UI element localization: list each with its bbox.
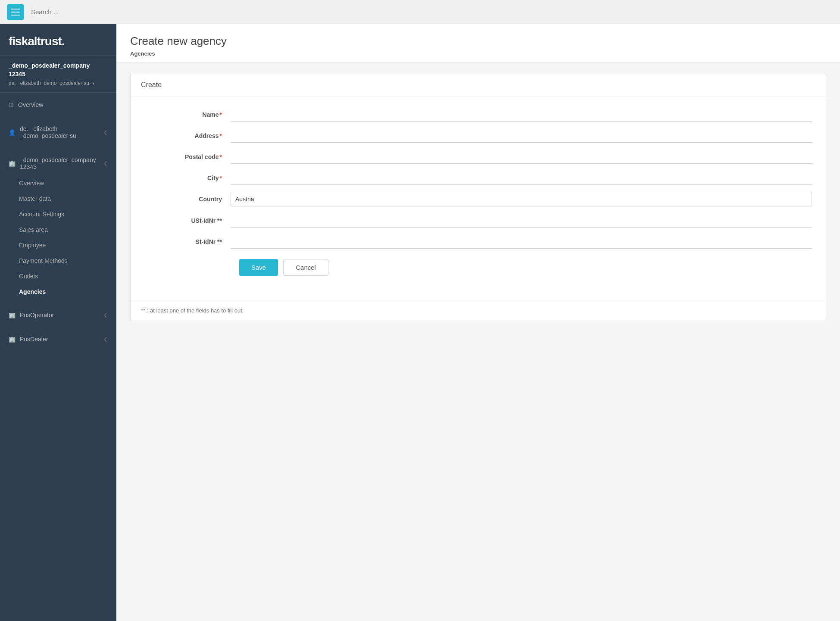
name-required: * [220, 111, 222, 118]
address-input[interactable] [231, 128, 812, 143]
form-card: Create Name* Address* [130, 73, 826, 321]
chevron-right-operator-icon: ❮ [103, 312, 108, 318]
nav-section-user: de. _elizabeth _demo_posdealer su. ❮ [0, 117, 116, 148]
company-sub-nav: Overview Master data Account Settings Sa… [0, 175, 116, 300]
city-label: City* [144, 175, 231, 181]
st-idnr-input[interactable] [231, 234, 812, 249]
user-display: de. _elizabeth_demo_posdealer su. ▾ [9, 80, 108, 86]
sidebar-item-sales-area[interactable]: Sales area [0, 222, 116, 237]
postal-code-row: Postal code* [144, 150, 812, 164]
address-required: * [220, 132, 222, 139]
pos-dealer-header[interactable]: PosDealer ❮ [0, 331, 116, 348]
nav-section-pos-operator: PosOperator ❮ [0, 303, 116, 327]
form-note: ** : at least one of the fields has to f… [131, 300, 826, 321]
pos-operator-icon [9, 312, 16, 318]
sidebar-item-overview[interactable]: Overview [0, 96, 116, 113]
topbar [0, 0, 840, 24]
pos-operator-label: PosOperator [20, 312, 54, 318]
menu-button[interactable] [7, 4, 24, 20]
form-actions: Save Cancel [144, 259, 812, 276]
save-button[interactable]: Save [239, 259, 278, 276]
pos-dealer-icon [9, 336, 16, 343]
sidebar-item-agencies[interactable]: Agencies [0, 284, 116, 300]
name-row: Name* [144, 107, 812, 122]
city-input[interactable] [231, 171, 812, 185]
sidebar-item-payment-methods[interactable]: Payment Methods [0, 253, 116, 268]
brand: fiskaltrust. [0, 24, 116, 56]
sidebar-item-company-overview[interactable]: Overview [0, 175, 116, 191]
page-title: Create new agency [130, 34, 826, 48]
city-row: City* [144, 171, 812, 185]
building-icon [9, 160, 16, 167]
ust-idnr-input[interactable] [231, 213, 812, 228]
chevron-right-company-icon: ❮ [103, 160, 108, 166]
main-content: Create new agency Agencies Create Name* [116, 24, 840, 621]
grid-icon [9, 101, 14, 108]
ust-idnr-row: USt-IdNr ** [144, 213, 812, 228]
postal-code-label: Postal code* [144, 153, 231, 160]
user-name-text: de. _elizabeth_demo_posdealer su. [9, 80, 91, 86]
layout: fiskaltrust. _demo_posdealer_company 123… [0, 24, 840, 621]
postal-code-input[interactable] [231, 150, 812, 164]
sidebar: fiskaltrust. _demo_posdealer_company 123… [0, 24, 116, 621]
user-group-label: de. _elizabeth _demo_posdealer su. [20, 125, 99, 139]
nav-section-overview: Overview [0, 93, 116, 117]
name-label: Name* [144, 111, 231, 118]
sidebar-item-overview-label: Overview [18, 101, 43, 108]
st-idnr-label: St-IdNr ** [144, 238, 231, 245]
pos-dealer-label: PosDealer [20, 336, 48, 343]
sidebar-item-employee[interactable]: Employee [0, 237, 116, 253]
country-row: Country Austria Germany Switzerland [144, 192, 812, 206]
user-group-header[interactable]: de. _elizabeth _demo_posdealer su. ❮ [0, 120, 116, 144]
brand-name: fiskaltrust. [9, 34, 108, 48]
user-icon [9, 129, 16, 136]
name-input[interactable] [231, 107, 812, 122]
chevron-down-icon: ▾ [92, 81, 94, 86]
chevron-right-dealer-icon: ❮ [103, 336, 108, 342]
content-area: Create Name* Address* [116, 62, 840, 331]
ust-idnr-label: USt-IdNr ** [144, 217, 231, 224]
form-card-header: Create [131, 73, 826, 97]
breadcrumb: Agencies [130, 50, 826, 57]
postal-required: * [220, 153, 222, 160]
address-label: Address* [144, 132, 231, 139]
country-label: Country [144, 196, 231, 203]
company-name: _demo_posdealer_company 12345 [9, 62, 108, 78]
user-info: _demo_posdealer_company 12345 de. _eliza… [0, 56, 116, 93]
sidebar-item-master-data[interactable]: Master data [0, 191, 116, 206]
chevron-right-icon: ❮ [103, 129, 108, 135]
page-header: Create new agency Agencies [116, 24, 840, 62]
form-body: Name* Address* Postal code [131, 97, 826, 290]
company-group-header[interactable]: _demo_posdealer_company 12345 ❮ [0, 151, 116, 175]
nav-section-pos-dealer: PosDealer ❮ [0, 327, 116, 351]
sidebar-item-outlets[interactable]: Outlets [0, 268, 116, 284]
search-input[interactable] [31, 8, 160, 16]
company-group-label: _demo_posdealer_company 12345 [20, 156, 99, 170]
city-required: * [220, 175, 222, 181]
address-row: Address* [144, 128, 812, 143]
cancel-button[interactable]: Cancel [283, 259, 328, 276]
nav-section-company: _demo_posdealer_company 12345 ❮ Overview… [0, 148, 116, 303]
st-idnr-row: St-IdNr ** [144, 234, 812, 249]
pos-operator-header[interactable]: PosOperator ❮ [0, 306, 116, 324]
country-select[interactable]: Austria Germany Switzerland [231, 192, 812, 206]
sidebar-item-account-settings[interactable]: Account Settings [0, 206, 116, 222]
